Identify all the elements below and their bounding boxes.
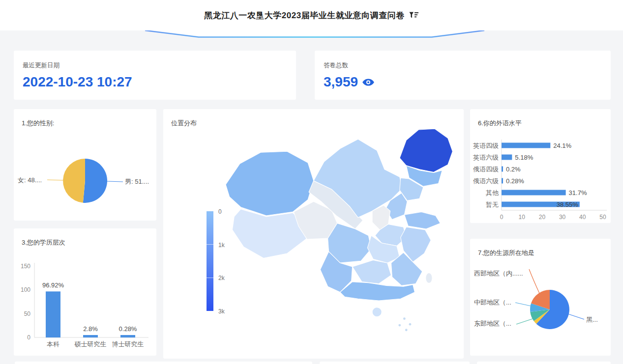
education-chart-card: 3.您的学历层次 05010015096.92%本科2.8%硕士研究生0.28%… xyxy=(14,228,156,356)
china-map[interactable] xyxy=(212,122,458,335)
svg-text:20: 20 xyxy=(539,214,546,221)
survey-dashboard: 黑龙江八一农垦大学2023届毕业生就业意向调查问卷 最近更新日期 2022-10… xyxy=(0,0,623,364)
svg-text:0.2%: 0.2% xyxy=(506,166,521,173)
svg-text:100: 100 xyxy=(21,286,30,293)
location-map-card: 位置分布 01k2k3k xyxy=(163,109,464,359)
origin-pie-chart[interactable] xyxy=(470,239,611,356)
language-bar-chart[interactable]: 英语四级24.1%英语六级5.18%俄语四级0.2%俄语六级0.28%其他31.… xyxy=(470,109,611,223)
location-map-title: 位置分布 xyxy=(171,119,197,128)
last-update-card: 最近更新日期 2022-10-23 10:27 xyxy=(14,51,296,100)
origin-heilongjiang-label: 黑... xyxy=(586,315,598,324)
gender-pie-chart[interactable] xyxy=(14,109,156,221)
province-shandong xyxy=(404,212,440,229)
svg-text:英语四级: 英语四级 xyxy=(473,142,499,149)
language-chart-card: 6.你的外语水平 英语四级24.1%英语六级5.18%俄语四级0.2%俄语六级0… xyxy=(470,109,611,223)
header-swoosh-decoration xyxy=(0,30,623,40)
svg-text:40: 40 xyxy=(579,214,586,221)
svg-text:英语六级: 英语六级 xyxy=(473,154,499,161)
gender-female-label: 女: 48.... xyxy=(18,176,42,185)
next-row-card-sliver xyxy=(320,362,470,364)
svg-text:0.28%: 0.28% xyxy=(506,177,524,185)
svg-text:俄语六级: 俄语六级 xyxy=(473,177,499,185)
total-responses-card: 答卷总数 3,959 xyxy=(315,51,611,100)
south-china-sea-islands xyxy=(398,317,411,331)
header-bar: 黑龙江八一农垦大学2023届毕业生就业意向调查问卷 xyxy=(0,0,623,30)
svg-text:50: 50 xyxy=(599,214,606,221)
last-update-label: 最近更新日期 xyxy=(23,61,59,70)
svg-text:30: 30 xyxy=(559,214,566,221)
province-xinjiang xyxy=(226,151,314,216)
svg-text:31.7%: 31.7% xyxy=(569,189,587,196)
svg-text:0.28%: 0.28% xyxy=(119,325,137,333)
svg-text:5.18%: 5.18% xyxy=(515,154,533,161)
total-responses-number: 3,959 xyxy=(324,74,358,90)
gender-male-label: 男: 51.... xyxy=(125,177,149,186)
gender-chart-card: 1.您的性别: 女: 48.... 男: 51.... xyxy=(14,109,156,221)
svg-text:暂无: 暂无 xyxy=(486,201,499,208)
page-title: 黑龙江八一农垦大学2023届毕业生就业意向调查问卷 xyxy=(204,10,404,21)
svg-text:本科: 本科 xyxy=(47,340,59,348)
svg-text:俄语四级: 俄语四级 xyxy=(473,166,499,173)
last-update-value: 2022-10-23 10:27 xyxy=(23,74,132,90)
origin-middle-label: 中部地区（... xyxy=(474,298,511,307)
province-hainan xyxy=(372,308,382,317)
filter-list-icon[interactable] xyxy=(409,12,419,19)
svg-text:硕士研究生: 硕士研究生 xyxy=(74,340,107,348)
origin-west-label: 西部地区（内...... xyxy=(474,269,523,278)
svg-text:0: 0 xyxy=(500,214,504,221)
province-heilongjiang xyxy=(400,129,453,172)
next-row-card-sliver xyxy=(477,362,611,364)
total-responses-label: 答卷总数 xyxy=(324,61,348,70)
next-row-card-sliver xyxy=(15,362,312,364)
total-responses-value: 3,959 xyxy=(324,74,375,90)
province-taiwan xyxy=(426,273,432,283)
svg-text:其他: 其他 xyxy=(486,189,499,196)
svg-text:博士研究生: 博士研究生 xyxy=(112,340,144,348)
origin-east-label: 东部地区（... xyxy=(474,319,511,328)
education-bar-chart[interactable]: 05010015096.92%本科2.8%硕士研究生0.28%博士研究生 xyxy=(14,228,156,356)
svg-text:0: 0 xyxy=(27,334,30,341)
svg-text:150: 150 xyxy=(21,263,30,270)
svg-text:24.1%: 24.1% xyxy=(553,142,571,149)
svg-text:38.55%: 38.55% xyxy=(557,201,579,208)
eye-icon[interactable] xyxy=(362,78,375,87)
svg-text:50: 50 xyxy=(24,310,31,317)
origin-chart-card: 7.您的生源所在地是 西部地区（内...... 中部地区（... 东部地区（..… xyxy=(470,239,611,356)
svg-text:96.92%: 96.92% xyxy=(42,281,64,289)
svg-text:2.8%: 2.8% xyxy=(83,325,98,333)
svg-text:10: 10 xyxy=(519,214,526,221)
province-guizhou-hunan xyxy=(353,260,391,283)
